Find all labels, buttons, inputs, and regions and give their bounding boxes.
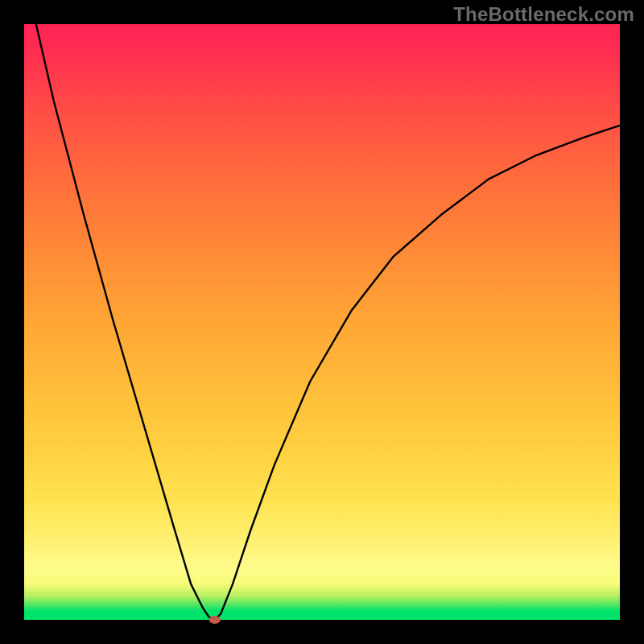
watermark-text: TheBottleneck.com bbox=[453, 3, 634, 26]
curve-path bbox=[36, 24, 620, 620]
bottleneck-curve bbox=[24, 24, 620, 620]
chart-frame: TheBottleneck.com bbox=[0, 0, 644, 644]
minimum-marker bbox=[209, 616, 221, 624]
plot-area bbox=[24, 24, 620, 620]
